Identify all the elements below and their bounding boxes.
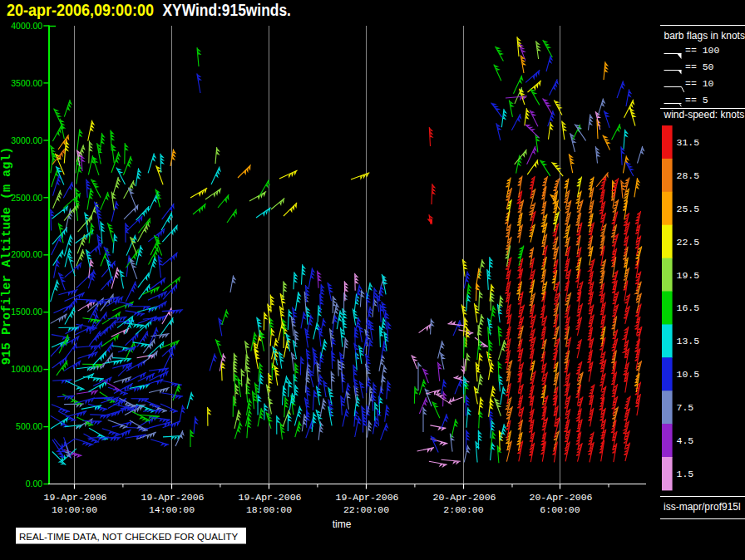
svg-text:== 50: == 50 <box>685 61 714 72</box>
svg-text:19-Apr-2006: 19-Apr-2006 <box>239 492 302 503</box>
svg-text:barb flags in knots: barb flags in knots <box>664 30 745 42</box>
svg-text:16.5: 16.5 <box>677 302 700 313</box>
svg-text:7.5: 7.5 <box>677 402 694 413</box>
svg-text:22.5: 22.5 <box>677 237 700 248</box>
svg-text:13.5: 13.5 <box>677 336 700 346</box>
svg-text:3000.00: 3000.00 <box>11 135 42 145</box>
svg-text:20-apr-2006,09:00:00: 20-apr-2006,09:00:00 <box>7 1 154 19</box>
svg-text:19-Apr-2006: 19-Apr-2006 <box>141 492 205 503</box>
svg-text:6:00:00: 6:00:00 <box>540 504 580 515</box>
svg-text:14:00:00: 14:00:00 <box>149 504 195 515</box>
svg-text:19.5: 19.5 <box>677 270 700 281</box>
svg-text:500.00: 500.00 <box>16 421 42 431</box>
svg-text:1000.00: 1000.00 <box>11 364 42 374</box>
svg-text:915 Profiler Altitude (m agl): 915 Profiler Altitude (m agl) <box>0 147 14 366</box>
svg-text:22:00:00: 22:00:00 <box>343 504 389 515</box>
svg-text:19-Apr-2006: 19-Apr-2006 <box>44 492 107 503</box>
svg-text:10.5: 10.5 <box>677 369 700 380</box>
svg-text:10:00:00: 10:00:00 <box>52 504 97 515</box>
svg-text:18:00:00: 18:00:00 <box>246 504 292 515</box>
svg-text:2500.00: 2500.00 <box>11 193 42 203</box>
svg-text:19-Apr-2006: 19-Apr-2006 <box>336 492 399 503</box>
svg-text:REAL-TIME DATA, NOT CHECKED FO: REAL-TIME DATA, NOT CHECKED FOR QUALITY <box>19 532 239 542</box>
svg-text:wind-speed: knots: wind-speed: knots <box>664 109 745 120</box>
svg-text:XYWind:915winds.: XYWind:915winds. <box>163 0 291 18</box>
svg-text:31.5: 31.5 <box>677 137 700 148</box>
svg-text:20-Apr-2006: 20-Apr-2006 <box>530 492 593 503</box>
svg-text:1500.00: 1500.00 <box>11 307 42 317</box>
svg-text:== 5: == 5 <box>685 95 708 106</box>
svg-text:2:00:00: 2:00:00 <box>443 504 483 515</box>
svg-text:25.5: 25.5 <box>677 204 700 214</box>
svg-text:4.5: 4.5 <box>677 435 694 446</box>
svg-text:== 100: == 100 <box>685 45 720 56</box>
svg-text:time: time <box>333 518 352 530</box>
svg-text:1.5: 1.5 <box>677 469 694 479</box>
svg-text:28.5: 28.5 <box>677 170 700 181</box>
svg-text:0.00: 0.00 <box>26 479 43 489</box>
svg-text:4000.00: 4000.00 <box>11 21 42 31</box>
svg-text:iss-mapr/prof915l: iss-mapr/prof915l <box>664 501 741 513</box>
svg-text:20-Apr-2006: 20-Apr-2006 <box>433 492 496 503</box>
svg-text:== 10: == 10 <box>685 78 714 89</box>
svg-text:2000.00: 2000.00 <box>11 249 42 259</box>
svg-text:3500.00: 3500.00 <box>11 78 42 88</box>
